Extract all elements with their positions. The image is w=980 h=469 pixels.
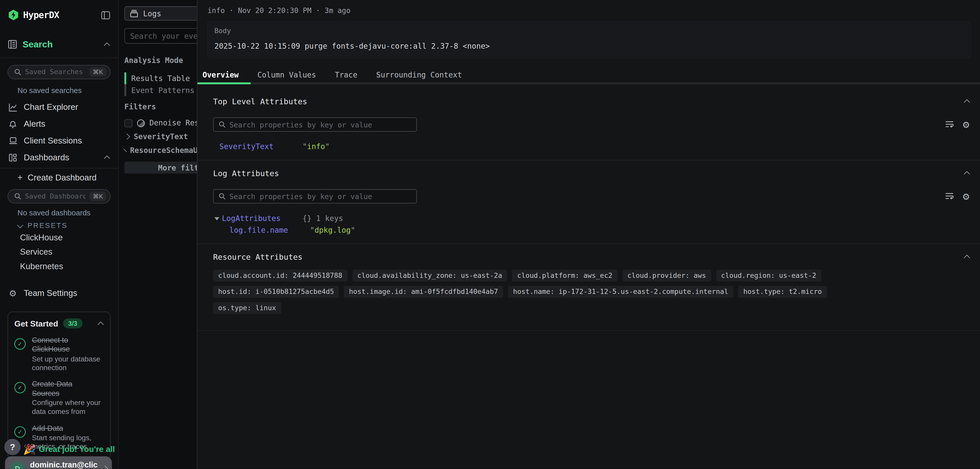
saved-searches-input[interactable]: ⌘K: [7, 65, 110, 79]
congrats-text: Great job! You're all: [39, 445, 115, 454]
saved-dashboards-field[interactable]: [25, 192, 86, 200]
preset-kubernetes[interactable]: Kubernetes: [20, 260, 118, 272]
resource-badge[interactable]: host.name: ip-172-31-12-5.us-east-2.comp…: [508, 286, 733, 298]
event-search-field[interactable]: [130, 32, 197, 40]
tree-root-key[interactable]: LogAttributes: [222, 214, 302, 223]
user-menu[interactable]: D dominic.tran@clic... dominic.tran@clic…: [5, 456, 112, 469]
log-attrs-search-row: ⚙: [213, 189, 970, 203]
resource-badge[interactable]: host.id: i-0510b81275acbe4d5: [213, 286, 339, 298]
property-search-field[interactable]: [229, 120, 411, 129]
help-button[interactable]: ?: [4, 439, 21, 455]
brand[interactable]: HyperDX: [8, 10, 101, 21]
sidebar-header: HyperDX: [0, 0, 118, 30]
resource-badge[interactable]: cloud.provider: aws: [622, 270, 711, 282]
resource-badge[interactable]: host.image.id: ami-0f5fcdfbd140e4ab7: [344, 286, 503, 298]
gear-icon[interactable]: ⚙: [962, 120, 970, 129]
filter-group-resourceschemaurl[interactable]: ResourceSchemaUrl: [124, 146, 197, 155]
attribute-row[interactable]: log.file.name "dpkg.log": [229, 226, 970, 235]
tab-trace[interactable]: Trace: [335, 71, 357, 79]
resource-badge[interactable]: cloud.availability_zone: us-east-2a: [352, 270, 507, 282]
analysis-mode-options: Results Table Event Patterns: [124, 72, 197, 96]
chevron-up-icon[interactable]: [97, 321, 103, 327]
attribute-row[interactable]: SeverityText "info": [220, 142, 970, 151]
property-search-input[interactable]: [213, 189, 417, 203]
filter-group-label: SeverityText: [134, 132, 188, 141]
property-search-field[interactable]: [229, 192, 411, 201]
more-filters-button[interactable]: More filte: [124, 162, 197, 174]
preset-clickhouse[interactable]: ClickHouse: [20, 232, 118, 244]
body-label: Body: [215, 27, 964, 35]
denoise-icon: [137, 119, 145, 127]
resource-badge[interactable]: host.type: t2.micro: [738, 286, 827, 298]
body-panel: Body 2025-10-22 10:15:09 purge fonts-dej…: [207, 21, 971, 59]
active-rail: [124, 72, 126, 84]
shortcut-badge: ⌘K: [89, 67, 106, 77]
tree-meta: {} 1 keys: [302, 214, 343, 223]
chevron-up-icon[interactable]: [104, 42, 110, 48]
top-level-search-row: ⚙: [213, 117, 970, 132]
sidebar-item-dashboards[interactable]: Dashboards: [0, 149, 118, 166]
caret-down-icon[interactable]: [215, 217, 220, 220]
get-started-item: ✓ Create Data Sources Configure where yo…: [14, 380, 103, 416]
sidebar-item-search[interactable]: Search: [0, 36, 118, 52]
resource-badge[interactable]: os.type: linux: [213, 302, 281, 314]
get-started-header[interactable]: Get Started 3/3: [14, 318, 103, 328]
denoise-option[interactable]: Denoise Resul: [124, 119, 197, 127]
separator-dot: ·: [229, 6, 234, 15]
section-divider: [197, 160, 980, 160]
denoise-checkbox[interactable]: [124, 119, 132, 127]
sidebar-item-client-sessions[interactable]: Client Sessions: [0, 132, 118, 149]
gear-icon[interactable]: ⚙: [962, 192, 970, 201]
congrats-message: 🎉 Great job! You're all: [23, 443, 115, 455]
sidebar-item-team-settings[interactable]: ⚙ Team Settings: [0, 285, 118, 301]
section-divider: [197, 243, 980, 244]
check-circle-icon: ✓: [14, 338, 25, 349]
user-name: dominic.tran@clic...: [30, 460, 97, 469]
attribute-key[interactable]: log.file.name: [229, 226, 310, 235]
tab-overview[interactable]: Overview: [202, 71, 239, 79]
collapse-sidebar-button[interactable]: [101, 11, 110, 19]
sidebar: HyperDX Search ⌘K No saved searches: [0, 0, 119, 469]
analysis-mode-label: Analysis Mode: [124, 56, 197, 65]
filter-group-severitytext[interactable]: SeverityText: [124, 132, 197, 141]
presets-toggle[interactable]: PRESETS: [18, 222, 118, 229]
event-search-input[interactable]: [124, 28, 197, 44]
resource-badge[interactable]: cloud.region: us-east-2: [716, 270, 821, 282]
sidebar-item-chart-explorer[interactable]: Chart Explorer: [0, 99, 118, 116]
bell-icon: [8, 120, 18, 128]
section-title: Resource Attributes: [213, 252, 966, 261]
resource-badge[interactable]: cloud.account.id: 244449518788: [213, 270, 347, 282]
get-started-item: ✓ Connect to ClickHouse Set up your data…: [14, 336, 103, 372]
search-section-icon: [8, 40, 17, 49]
property-search-input[interactable]: [213, 117, 417, 132]
wrap-lines-icon[interactable]: [945, 192, 954, 200]
attribute-key[interactable]: SeverityText: [220, 142, 303, 151]
tab-surrounding-context[interactable]: Surrounding Context: [376, 71, 462, 79]
get-started-title: Get Started: [14, 318, 58, 328]
attribute-value[interactable]: "dpkg.log": [310, 226, 355, 235]
wrap-lines-icon[interactable]: [945, 120, 954, 129]
chevron-up-icon[interactable]: [104, 155, 110, 162]
resource-badges: cloud.account.id: 244449518788 cloud.ava…: [213, 270, 876, 314]
section-top-level-attributes: Top Level Attributes: [213, 97, 970, 106]
mode-results-table[interactable]: Results Table: [124, 72, 197, 84]
source-select-button[interactable]: Logs: [124, 6, 197, 21]
chevron-right-icon: [123, 148, 127, 152]
preset-services[interactable]: Services: [20, 246, 118, 258]
saved-searches-field[interactable]: [25, 68, 86, 76]
create-dashboard-label: Create Dashboard: [27, 173, 97, 182]
tree-root-row[interactable]: LogAttributes {} 1 keys: [215, 214, 970, 223]
resource-badge[interactable]: cloud.platform: aws_ec2: [512, 270, 617, 282]
sidebar-item-alerts[interactable]: Alerts: [0, 116, 118, 132]
tab-column-values[interactable]: Column Values: [257, 71, 316, 79]
section-title: Top Level Attributes: [213, 97, 966, 106]
party-emoji: 🎉: [23, 443, 36, 455]
section-resource-attributes: Resource Attributes: [213, 252, 970, 261]
filter-group-label: ResourceSchemaUrl: [130, 146, 197, 155]
saved-dashboards-input[interactable]: ⌘K: [7, 189, 110, 203]
idle-rail: [124, 84, 126, 97]
create-dashboard-button[interactable]: + Create Dashboard: [18, 172, 118, 182]
attribute-value[interactable]: "info": [302, 142, 329, 151]
section-divider: [197, 330, 980, 331]
mode-event-patterns[interactable]: Event Patterns: [124, 84, 197, 97]
